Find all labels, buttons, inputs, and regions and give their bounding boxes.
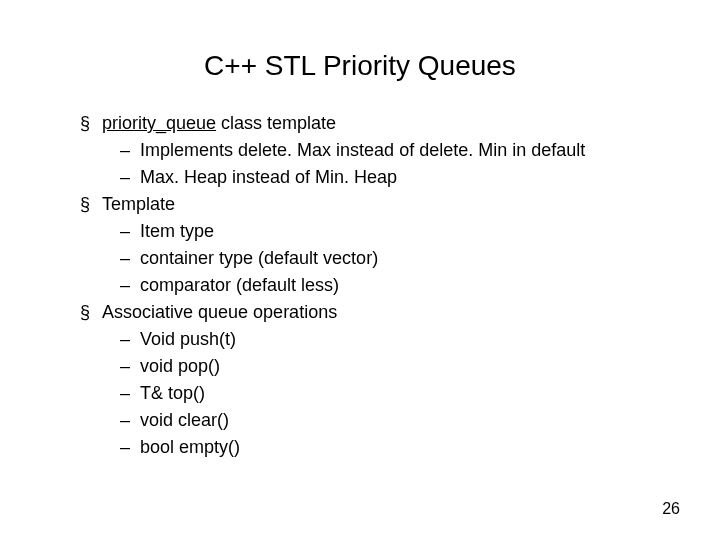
- list-item: Void push(t): [112, 326, 660, 353]
- sub-list: Item type container type (default vector…: [102, 218, 660, 299]
- content: priority_queue class template Implements…: [60, 110, 660, 461]
- page-title: C++ STL Priority Queues: [60, 50, 660, 82]
- bullet-suffix: Associative queue operations: [102, 302, 337, 322]
- page-number: 26: [662, 500, 680, 518]
- slide: C++ STL Priority Queues priority_queue c…: [0, 0, 720, 540]
- bullet-prefix: priority_queue: [102, 113, 216, 133]
- bullet-suffix: Template: [102, 194, 175, 214]
- list-item: priority_queue class template Implements…: [80, 110, 660, 191]
- bullet-list: priority_queue class template Implements…: [60, 110, 660, 461]
- list-item: Item type: [112, 218, 660, 245]
- list-item: Implements delete. Max instead of delete…: [112, 137, 660, 164]
- list-item: void pop(): [112, 353, 660, 380]
- sub-list: Implements delete. Max instead of delete…: [102, 137, 660, 191]
- list-item: Max. Heap instead of Min. Heap: [112, 164, 660, 191]
- list-item: comparator (default less): [112, 272, 660, 299]
- list-item: container type (default vector): [112, 245, 660, 272]
- bullet-suffix: class template: [216, 113, 336, 133]
- list-item: T& top(): [112, 380, 660, 407]
- list-item: Associative queue operations Void push(t…: [80, 299, 660, 461]
- list-item: Template Item type container type (defau…: [80, 191, 660, 299]
- sub-list: Void push(t) void pop() T& top() void cl…: [102, 326, 660, 461]
- list-item: void clear(): [112, 407, 660, 434]
- list-item: bool empty(): [112, 434, 660, 461]
